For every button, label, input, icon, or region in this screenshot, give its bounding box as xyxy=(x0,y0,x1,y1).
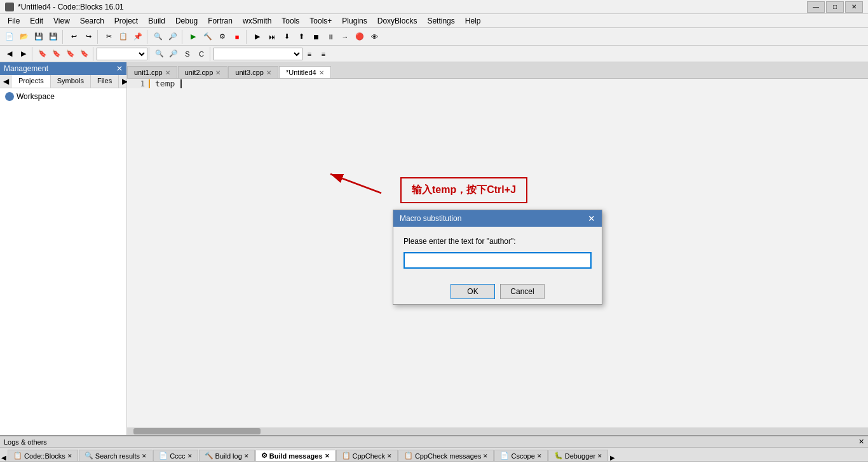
menu-wxsmith[interactable]: wxSmith xyxy=(238,15,276,27)
bottom-tab-codeblocks[interactable]: 📋 Code::Blocks ✕ xyxy=(8,450,78,461)
search-next[interactable]: 🔎 xyxy=(166,30,180,44)
style-btn1[interactable]: ≡ xyxy=(302,47,316,61)
run-button[interactable]: ▶ xyxy=(186,30,200,44)
menu-edit[interactable]: Edit xyxy=(25,15,48,27)
bottom-panel: Logs & others ✕ ◀ 📋 Code::Blocks ✕ 🔍 Sea… xyxy=(0,435,868,463)
save-button[interactable]: 💾 xyxy=(32,30,46,44)
menu-tools-plus[interactable]: Tools+ xyxy=(304,15,337,27)
bookmark-btn[interactable]: 🔖 xyxy=(36,47,50,61)
menu-tools[interactable]: Tools xyxy=(276,15,304,27)
menu-project[interactable]: Project xyxy=(109,15,143,27)
bottom-tab-close-1[interactable]: ✕ xyxy=(142,453,147,459)
bottom-tab-cppcheck[interactable]: 📋 CppCheck ✕ xyxy=(336,450,398,461)
bottom-tab-close-5[interactable]: ✕ xyxy=(387,453,392,459)
bottom-tab-cppcheck-msg[interactable]: 📋 CppCheck messages ✕ xyxy=(398,450,494,461)
ok-button[interactable]: OK xyxy=(451,284,495,299)
bottom-tab-debugger[interactable]: 🐛 Debugger ✕ xyxy=(548,450,608,461)
editor-tab-3[interactable]: *Untitled4 ✕ xyxy=(279,66,331,78)
bottom-tab-close-0[interactable]: ✕ xyxy=(67,453,72,459)
menu-doxyblocks[interactable]: DoxyBlocks xyxy=(372,15,423,27)
menu-file[interactable]: File xyxy=(3,15,25,27)
menu-build[interactable]: Build xyxy=(143,15,170,27)
bottom-tab-close-3[interactable]: ✕ xyxy=(244,453,249,459)
menu-search[interactable]: Search xyxy=(75,15,109,27)
debug-view[interactable]: 👁 xyxy=(367,30,381,44)
menu-help[interactable]: Help xyxy=(460,15,486,27)
rebuild-button[interactable]: ⚙ xyxy=(215,30,229,44)
sidebar-tab-files[interactable]: Files xyxy=(91,75,119,88)
menu-settings[interactable]: Settings xyxy=(422,15,459,27)
stop-button[interactable]: ■ xyxy=(230,30,244,44)
close-button[interactable]: ✕ xyxy=(845,1,863,13)
tab-close-3[interactable]: ✕ xyxy=(319,69,324,76)
title-bar-controls: — □ ✕ xyxy=(807,1,863,13)
bottom-tab-close-4[interactable]: ✕ xyxy=(325,453,330,459)
bottom-tab-close-8[interactable]: ✕ xyxy=(597,453,602,459)
tab-close-1[interactable]: ✕ xyxy=(215,69,220,76)
bottom-tab-buildlog[interactable]: 🔨 Build log ✕ xyxy=(199,450,255,461)
open-button[interactable]: 📂 xyxy=(17,30,31,44)
cancel-button[interactable]: Cancel xyxy=(500,284,545,299)
bookmark-prev[interactable]: 🔖 xyxy=(64,47,78,61)
editor-tab-2[interactable]: unit3.cpp ✕ xyxy=(228,66,278,78)
menu-debug[interactable]: Debug xyxy=(170,15,203,27)
menu-plugins[interactable]: Plugins xyxy=(337,15,372,27)
bookmark-next[interactable]: 🔖 xyxy=(50,47,64,61)
minimize-button[interactable]: — xyxy=(807,1,825,13)
sidebar-tab-projects[interactable]: Projects xyxy=(12,75,51,88)
bottom-tab-cscope[interactable]: 📄 Cscope ✕ xyxy=(494,450,547,461)
debug-step[interactable]: ⏭ xyxy=(265,30,279,44)
editor-tab-0[interactable]: unit1.cpp ✕ xyxy=(127,66,177,78)
redo-button[interactable]: ↪ xyxy=(81,30,95,44)
editor-tab-1[interactable]: unit2.cpp ✕ xyxy=(178,66,228,78)
dialog-close-button[interactable]: ✕ xyxy=(588,213,595,224)
tab-close-0[interactable]: ✕ xyxy=(165,69,170,76)
bottom-tab-close-2[interactable]: ✕ xyxy=(187,453,193,459)
copy-button[interactable]: 📋 xyxy=(116,30,130,44)
debug-step2[interactable]: → xyxy=(338,30,352,44)
debug-pause[interactable]: ⏸ xyxy=(323,30,337,44)
menu-fortran[interactable]: Fortran xyxy=(203,15,238,27)
menu-view[interactable]: View xyxy=(48,15,75,27)
nav-fwd[interactable]: ▶ xyxy=(17,47,31,61)
debug-break[interactable]: 🔴 xyxy=(353,30,367,44)
style-combo[interactable] xyxy=(214,48,302,60)
code-editor[interactable]: 1 temp 输入temp，按下C xyxy=(127,79,868,435)
bottom-header-title: Logs & others xyxy=(4,438,47,446)
bottom-tab-close-6[interactable]: ✕ xyxy=(483,453,488,459)
bottom-tab-cccc[interactable]: 📄 Cccc ✕ xyxy=(153,450,198,461)
sidebar-tab-symbols[interactable]: Symbols xyxy=(51,75,91,88)
sidebar-close-icon[interactable]: ✕ xyxy=(116,64,123,73)
bookmark-clear[interactable]: 🔖 xyxy=(78,47,92,61)
tab-label-3: *Untitled4 xyxy=(286,69,316,76)
build-button[interactable]: 🔨 xyxy=(201,30,215,44)
dialog-input[interactable] xyxy=(403,252,592,269)
format-btn[interactable]: S xyxy=(180,47,194,61)
function-combo[interactable] xyxy=(97,48,147,60)
debug-into[interactable]: ⬇ xyxy=(280,30,294,44)
debug-stop[interactable]: ⏹ xyxy=(309,30,323,44)
cut-button[interactable]: ✂ xyxy=(102,30,116,44)
search-button[interactable]: 🔍 xyxy=(151,30,165,44)
paste-button[interactable]: 📌 xyxy=(131,30,145,44)
format-btn2[interactable]: C xyxy=(194,47,208,61)
bottom-tab-buildmsg[interactable]: ⚙ Build messages ✕ xyxy=(255,450,336,461)
sidebar-tab-prev[interactable]: ◀ xyxy=(0,75,12,88)
tab-close-2[interactable]: ✕ xyxy=(266,69,271,76)
save-all-button[interactable]: 💾 xyxy=(46,30,60,44)
undo-button[interactable]: ↩ xyxy=(67,30,81,44)
nav-back[interactable]: ◀ xyxy=(3,47,17,61)
new-button[interactable]: 📄 xyxy=(3,30,17,44)
bottom-tab-next[interactable]: ▶ xyxy=(609,454,616,461)
zoom-out[interactable]: 🔎 xyxy=(166,47,180,61)
zoom-in[interactable]: 🔍 xyxy=(153,47,166,61)
maximize-button[interactable]: □ xyxy=(826,1,844,13)
debug-out[interactable]: ⬆ xyxy=(294,30,308,44)
style-btn2[interactable]: ≡ xyxy=(316,47,330,61)
bottom-tab-prev[interactable]: ◀ xyxy=(0,454,8,461)
bottom-tab-close-7[interactable]: ✕ xyxy=(537,453,542,459)
debug-run[interactable]: ▶ xyxy=(250,30,264,44)
bottom-tab-search[interactable]: 🔍 Search results ✕ xyxy=(79,450,153,461)
menu-bar: File Edit View Search Project Build Debu… xyxy=(0,14,868,28)
bottom-close-icon[interactable]: ✕ xyxy=(858,438,864,446)
